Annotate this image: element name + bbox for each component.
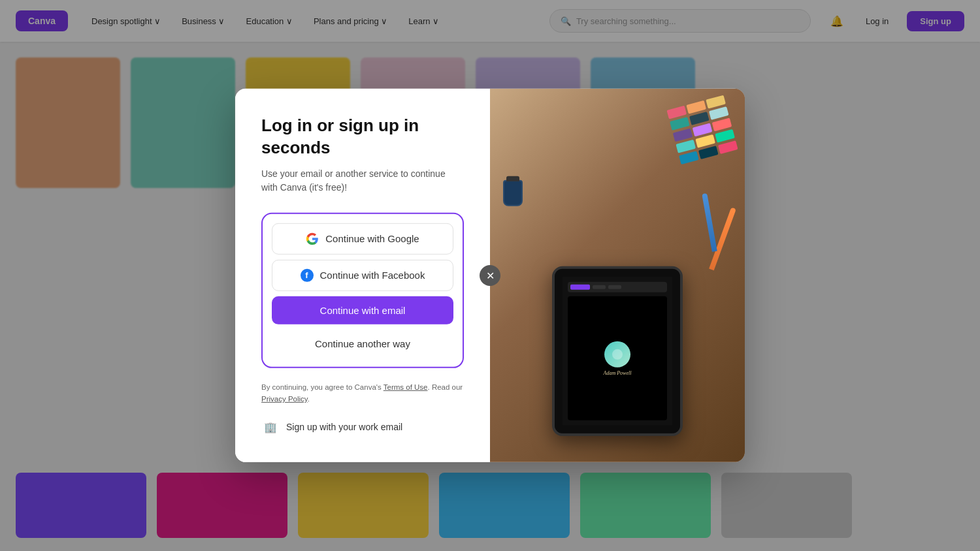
privacy-link[interactable]: Privacy Policy: [261, 395, 308, 403]
email-button-label: Continue with email: [320, 304, 406, 315]
modal-title: Log in or sign up in seconds: [261, 115, 464, 159]
terms-link[interactable]: Terms of Use: [384, 383, 428, 390]
work-email-row[interactable]: 🏢 Sign up with your work email: [261, 418, 464, 436]
google-icon: [306, 232, 319, 245]
facebook-icon: f: [301, 268, 314, 281]
modal-right-panel: Adam Powell: [490, 89, 745, 462]
work-email-label: Sign up with your work email: [286, 422, 402, 432]
color-swatches: [666, 95, 738, 165]
tablet-screen: Adam Powell: [555, 269, 680, 433]
google-auth-button[interactable]: Continue with Google: [272, 223, 453, 254]
tablet-display: Adam Powell: [552, 266, 683, 436]
modal-image: Adam Powell: [490, 89, 745, 462]
facebook-auth-button[interactable]: f Continue with Facebook: [272, 259, 453, 291]
pencil-blue: [702, 193, 717, 252]
close-button[interactable]: ✕: [480, 265, 500, 286]
email-auth-button[interactable]: Continue with email: [272, 296, 453, 324]
facebook-button-label: Continue with Facebook: [320, 270, 425, 281]
google-button-label: Continue with Google: [325, 233, 419, 244]
modal-left-panel: Log in or sign up in seconds Use your em…: [235, 89, 490, 462]
other-button-label: Continue another way: [315, 338, 410, 349]
modal-subtitle: Use your email or another service to con…: [261, 166, 464, 194]
auth-buttons-group: Continue with Google f Continue with Fac…: [261, 212, 464, 368]
terms-text: By continuing, you agree to Canva's Term…: [261, 381, 464, 405]
other-auth-button[interactable]: Continue another way: [272, 329, 453, 357]
work-email-icon: 🏢: [261, 418, 280, 436]
